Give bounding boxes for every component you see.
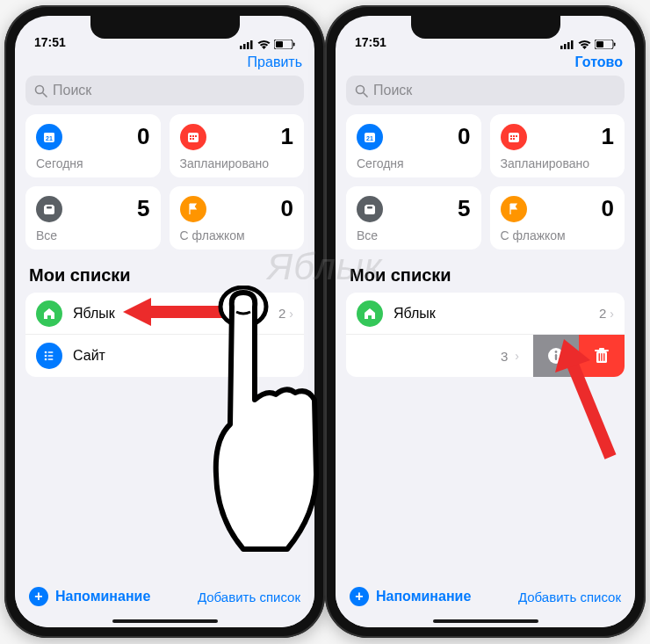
svg-rect-31	[614, 43, 616, 47]
calendar-icon: 21	[36, 124, 62, 150]
svg-rect-28	[571, 40, 574, 49]
edit-button[interactable]: Править	[248, 54, 302, 70]
svg-rect-18	[47, 206, 52, 209]
summary-cards: 21 0 Сегодня 1 Запланировано 5	[336, 114, 635, 250]
card-scheduled[interactable]: 1 Запланировано	[490, 114, 625, 177]
svg-rect-26	[564, 44, 567, 49]
card-label: Запланировано	[180, 156, 294, 170]
home-icon	[36, 300, 62, 327]
card-all[interactable]: 5 Все	[25, 186, 161, 250]
info-icon	[547, 347, 565, 365]
home-indicator[interactable]	[112, 619, 218, 623]
svg-rect-6	[293, 43, 295, 47]
svg-rect-17	[192, 138, 194, 140]
card-count: 0	[458, 123, 470, 150]
phone-left: 17:51 Править Поиск 21 0	[4, 5, 325, 638]
search-icon	[355, 84, 368, 98]
card-flagged[interactable]: 0 С флажком	[490, 186, 625, 250]
svg-rect-25	[560, 46, 563, 49]
list-row-site[interactable]: Сайт	[25, 335, 304, 377]
svg-rect-45	[555, 354, 557, 360]
svg-rect-24	[48, 358, 54, 360]
calendar-icon: 21	[357, 124, 383, 150]
svg-rect-40	[510, 138, 512, 140]
home-icon	[357, 300, 383, 327]
search-placeholder: Поиск	[53, 83, 91, 98]
swipe-info-button[interactable]	[533, 335, 579, 377]
list-row-yablyk[interactable]: Яблык 2 ›	[346, 293, 625, 335]
svg-text:21: 21	[366, 135, 373, 141]
svg-line-33	[364, 93, 367, 97]
add-list-button[interactable]: Добавить список	[198, 590, 300, 604]
card-label: Все	[357, 228, 471, 242]
list-icon	[36, 343, 62, 369]
calendar-grid-icon	[501, 124, 527, 150]
svg-rect-51	[603, 353, 605, 361]
plus-icon: +	[29, 587, 48, 606]
svg-rect-36	[509, 133, 519, 142]
my-lists: Яблык 2 › 3 ›	[346, 293, 625, 377]
card-label: С флажком	[180, 228, 294, 242]
svg-rect-37	[510, 135, 512, 137]
card-count: 1	[281, 123, 293, 150]
chevron-right-icon: ›	[289, 307, 293, 321]
list-label: Сайт	[73, 348, 290, 364]
card-count: 5	[458, 195, 470, 222]
section-my-lists: Мои списки	[15, 250, 314, 293]
card-today[interactable]: 21 0 Сегодня	[346, 114, 481, 177]
chevron-right-icon: ›	[610, 307, 614, 321]
card-flagged[interactable]: 0 С флажком	[170, 186, 305, 250]
status-icons	[560, 40, 616, 49]
svg-point-7	[36, 85, 44, 93]
notch	[411, 16, 560, 39]
svg-rect-49	[599, 353, 601, 361]
svg-rect-0	[240, 46, 242, 49]
section-my-lists: Мои списки	[336, 250, 635, 293]
phone-right: 17:51 Готово Поиск 21 0	[325, 5, 646, 638]
svg-rect-16	[190, 138, 191, 140]
summary-cards: 21 0 Сегодня 1 Запланировано 5	[15, 114, 314, 250]
svg-rect-15	[195, 135, 197, 137]
list-row-yablyk[interactable]: Яблык 2 ›	[25, 293, 304, 335]
new-reminder-button[interactable]: + Напоминание	[29, 587, 150, 606]
nav: Готово	[336, 51, 635, 76]
card-label: Сегодня	[357, 156, 471, 170]
svg-point-23	[45, 358, 47, 361]
svg-rect-3	[250, 40, 253, 49]
tray-icon	[357, 196, 383, 222]
new-reminder-button[interactable]: + Напоминание	[350, 587, 471, 606]
search-input[interactable]: Поиск	[25, 76, 304, 105]
list-label: Яблык	[73, 306, 278, 322]
card-label: С флажком	[501, 228, 615, 242]
swipe-delete-button[interactable]	[579, 335, 625, 377]
search-input[interactable]: Поиск	[346, 76, 625, 105]
calendar-grid-icon	[180, 124, 206, 150]
my-lists: Яблык 2 › Сайт	[25, 293, 304, 377]
list-row-site-swiped[interactable]: 3 ›	[346, 335, 625, 377]
svg-text:21: 21	[46, 135, 53, 141]
status-icons	[240, 40, 295, 49]
card-count: 0	[281, 195, 293, 222]
list-count: 2	[278, 306, 285, 321]
card-label: Сегодня	[36, 156, 150, 170]
card-all[interactable]: 5 Все	[346, 186, 481, 250]
status-time: 17:51	[355, 35, 386, 49]
svg-point-32	[357, 85, 365, 93]
list-count: 3	[501, 349, 508, 364]
svg-line-8	[43, 93, 47, 97]
list-label: Яблык	[394, 306, 599, 322]
svg-rect-39	[516, 135, 517, 137]
card-label: Все	[36, 228, 150, 242]
card-scheduled[interactable]: 1 Запланировано	[170, 114, 305, 177]
chevron-right-icon: ›	[515, 349, 519, 363]
svg-rect-2	[247, 42, 249, 49]
home-indicator[interactable]	[433, 619, 538, 623]
flag-icon	[501, 196, 527, 222]
card-today[interactable]: 21 0 Сегодня	[25, 114, 161, 177]
tray-icon	[36, 196, 62, 222]
add-list-button[interactable]: Добавить список	[518, 590, 621, 604]
card-count: 0	[602, 195, 614, 222]
card-count: 0	[137, 123, 149, 150]
new-reminder-label: Напоминание	[55, 589, 150, 604]
done-button[interactable]: Готово	[575, 54, 623, 70]
